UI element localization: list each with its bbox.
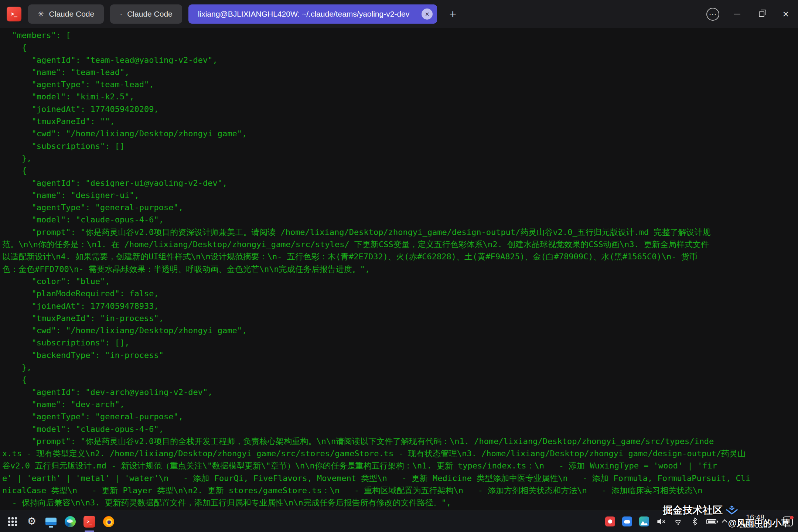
terminal-line: "joinedAt": 1774059420209, (2, 103, 798, 115)
firefox-browser-icon (103, 516, 114, 527)
bluetooth-icon[interactable] (690, 517, 699, 526)
terminal-line: "color": "blue", (2, 275, 798, 287)
tab-label: Claude Code (127, 10, 173, 18)
firefox-browser-button[interactable] (99, 511, 118, 532)
app-grid-button[interactable] (3, 511, 22, 532)
terminal-line: }, (2, 152, 798, 164)
tab-claude-code-2[interactable]: · Claude Code (110, 4, 182, 24)
close-icon: × (782, 8, 789, 20)
terminal-line: { (2, 374, 798, 386)
new-tab-button[interactable]: + (445, 8, 461, 20)
terminal-line: 以适配新设计\n4. 如果需要，创建新的UI组件样式\n\n设计规范摘要：\n-… (2, 250, 798, 263)
terminal-line: "agentId": "team-lead@yaoling-v2-dev", (2, 54, 798, 66)
tab-claude-code-1[interactable]: ✳ Claude Code (28, 4, 104, 24)
tab-label: lixiang@BJLIXIANGHL420W: ~/.claude/teams… (198, 10, 409, 18)
tab-label: Claude Code (49, 10, 95, 18)
terminal-taskbar-button[interactable]: >_ (80, 511, 99, 532)
more-options-button[interactable]: … (700, 0, 725, 28)
terminal-line: 范。\n\n你的任务是：\n1. 在 /home/lixiang/Desktop… (2, 238, 798, 250)
terminal-line: "cwd": "/home/lixiang/Desktop/zhongyi_ga… (2, 127, 798, 140)
volume-muted-icon[interactable] (656, 516, 666, 526)
taskbar-dock: ⚙ >_ (0, 511, 118, 532)
terminal-line: "agentType": "general-purpose", (2, 410, 798, 423)
terminal-line: "name": "dev-arch", (2, 398, 798, 410)
terminal-line: "model": "claude-opus-4-6", (2, 214, 798, 226)
system-tray: 16:48 2026/03/29 (605, 513, 798, 530)
terminal-line: "tmuxPaneId": "", (2, 115, 798, 127)
terminal-line: }, (2, 361, 798, 374)
terminal-line: "backendType": "in-process" (2, 349, 798, 361)
battery-icon[interactable] (706, 519, 716, 524)
edge-browser-icon (65, 516, 76, 527)
terminal-line: "agentType": "general-purpose", (2, 201, 798, 214)
terminal-app-icon: >_ (83, 516, 95, 528)
terminal-line: "planModeRequired": false, (2, 287, 798, 300)
taskbar: ⚙ >_ (0, 511, 798, 532)
terminal-line: 谷v2.0_五行归元版设计.md - 新设计规范（重点关注\"数据模型更新\"章… (2, 460, 798, 472)
minimize-icon (734, 14, 740, 14)
computer-icon (45, 518, 57, 525)
terminal-line: "agentId": "designer-ui@yaoling-v2-dev", (2, 177, 798, 189)
terminal-line: e' | 'earth' | 'metal' | 'water'\n - 添加 … (2, 472, 798, 484)
edge-browser-button[interactable] (61, 511, 80, 532)
red-app-icon[interactable] (605, 516, 615, 526)
terminal-line: "agentType": "team-lead", (2, 78, 798, 91)
clock-time: 16:48 (734, 513, 776, 522)
terminal-line: "agentId": "dev-arch@yaoling-v2-dev", (2, 386, 798, 398)
dot-icon: · (120, 10, 122, 18)
desktop: >_ ✳ Claude Code · Claude Code lixiang@B… (0, 0, 798, 532)
busy-asterisk-icon: ✳ (38, 10, 44, 18)
terminal-line: "joinedAt": 1774059478933, (2, 300, 798, 312)
terminal-line: "model": "claude-opus-4-6", (2, 423, 798, 435)
settings-gear-icon: ⚙ (27, 516, 36, 526)
terminal-line: { (2, 164, 798, 177)
ellipsis-icon: … (706, 8, 719, 21)
terminal-line: { (2, 41, 798, 54)
terminal-line: 色：金色#FFD700\n- 需要水晶球效果：半透明、呼吸动画、金色光芒\n\n… (2, 263, 798, 275)
app-grid-icon (8, 517, 17, 526)
terminal-line: "prompt": "你是药灵山谷v2.0项目的资深设计师兼美工。请阅读 /ho… (2, 226, 798, 238)
terminal-line: - 保持向后兼容\n\n3. 更新药灵数据配置文件，添加五行归属和专业属性\n\… (2, 497, 798, 509)
terminal-line: "model": "kimi-k2.5", (2, 91, 798, 103)
terminal-line: "subscriptions": [] (2, 140, 798, 152)
wifi-icon[interactable] (673, 516, 683, 526)
terminal-line: "prompt": "你是药灵山谷v2.0项目的全栈开发工程师，负责核心架构重构… (2, 435, 798, 447)
terminal-line: nicalCase 类型\n - 更新 Player 类型\n\n2. 更新 s… (2, 484, 798, 497)
terminal-app-icon: >_ (7, 7, 21, 21)
restore-icon (759, 11, 764, 17)
terminal-line: "name": "designer-ui", (2, 189, 798, 201)
clock-date: 2026/03/29 (734, 522, 776, 530)
terminal-line: "name": "team-lead", (2, 66, 798, 78)
window-controls: … × (700, 0, 798, 28)
tab-ssh-session-active[interactable]: lixiang@BJLIXIANGHL420W: ~/.claude/teams… (188, 4, 437, 24)
terminal-output[interactable]: "members": [ { "agentId": "team-lead@yao… (0, 28, 798, 511)
terminal-line: "members": [ (2, 29, 798, 41)
input-method-icon[interactable] (783, 516, 793, 526)
maximize-button[interactable] (749, 0, 774, 28)
terminal-line: "cwd": "/home/lixiang/Desktop/zhongyi_ga… (2, 324, 798, 337)
settings-button[interactable]: ⚙ (22, 511, 41, 532)
minimize-button[interactable] (725, 0, 749, 28)
photos-app-icon[interactable] (639, 516, 649, 526)
terminal-line: "subscriptions": [], (2, 337, 798, 349)
terminal-line: x.ts - 现有类型定义\n2. /home/lixiang/Desktop/… (2, 447, 798, 460)
tab-close-icon[interactable]: × (422, 8, 433, 20)
close-button[interactable]: × (774, 0, 798, 28)
cloud-app-icon[interactable] (622, 516, 632, 526)
terminal-prompt-glyph: >_ (11, 11, 17, 17)
hidden-icons-chevron-icon[interactable] (722, 519, 728, 525)
terminal-line: "tmuxPaneId": "in-process", (2, 312, 798, 324)
terminal-titlebar: >_ ✳ Claude Code · Claude Code lixiang@B… (0, 0, 798, 28)
file-explorer-button[interactable] (41, 511, 61, 532)
taskbar-clock[interactable]: 16:48 2026/03/29 (734, 513, 776, 530)
